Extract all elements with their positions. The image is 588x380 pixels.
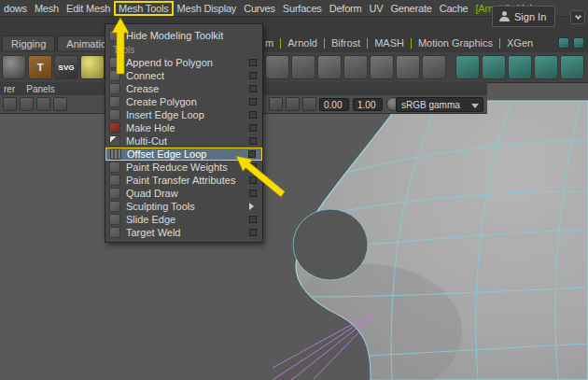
shelf-tab-bifrost[interactable]: Bifrost [331, 37, 360, 49]
poly-cone-icon[interactable] [370, 55, 394, 79]
option-box[interactable] [249, 137, 257, 145]
option-box[interactable] [249, 85, 257, 92]
gate-mask-icon[interactable] [302, 97, 316, 111]
panels-menu[interactable]: Panels [26, 84, 55, 94]
menubar-item-mesh-tools[interactable]: Mesh Tools [114, 1, 173, 16]
modeling-toolkit-icon [109, 30, 120, 41]
menu-item-paint-transfer-attributes[interactable]: Paint Transfer Attributes [105, 174, 262, 187]
exposure-field[interactable]: 0.00 [319, 98, 349, 111]
menu-section-tools: Tools [105, 44, 262, 56]
menu-item-sculpting-tools[interactable]: Sculpting Tools [105, 200, 262, 213]
poly-pipe-icon[interactable] [396, 55, 420, 79]
menubar-item-generate[interactable]: Generate [386, 1, 435, 16]
camera-attributes-icon[interactable] [36, 97, 50, 111]
option-box[interactable] [249, 124, 257, 132]
gamma-field[interactable]: 1.00 [353, 98, 383, 111]
shelf-tab-arnold[interactable]: Arnold [287, 37, 317, 49]
shelf-group-deform [455, 55, 584, 79]
shelf-tab-xgen[interactable]: XGen [507, 37, 533, 49]
option-box[interactable] [249, 98, 257, 106]
menubar-item-curves[interactable]: Curves [240, 1, 279, 16]
view-cube-icon[interactable] [286, 97, 300, 111]
poly-cylinder-icon[interactable] [317, 55, 342, 79]
tab-rigging[interactable]: Rigging [2, 35, 55, 50]
bevel-tool-icon[interactable] [508, 55, 532, 79]
sculpting-tools-icon [109, 201, 120, 212]
menu-set-tabs: Rigging Animation [2, 35, 121, 50]
svg-tool-icon[interactable]: SVG [54, 55, 78, 79]
shelf-tab-strip: m Arnold Bifrost MASH Motion Graphics XG… [265, 37, 533, 49]
select-camera-icon[interactable] [3, 97, 17, 111]
bookmark-icon[interactable] [53, 97, 67, 111]
option-box[interactable] [249, 59, 257, 66]
colorspace-dropdown[interactable]: sRGB gamma [396, 97, 483, 112]
target-weld-icon [109, 227, 120, 238]
shelf-tab-motion-graphics[interactable]: Motion Graphics [418, 37, 493, 49]
combine-tool-icon[interactable] [560, 55, 584, 79]
poly-helix-icon[interactable] [422, 55, 446, 79]
paint-reduce-weights-icon [109, 162, 120, 173]
image-plane-icon[interactable] [269, 97, 283, 111]
option-box[interactable] [248, 150, 256, 158]
menu-item-insert-edge-loop[interactable]: Insert Edge Loop [105, 108, 262, 121]
menubar-item-mesh-display[interactable]: Mesh Display [174, 1, 241, 16]
menubar-item-deform[interactable]: Deform [326, 1, 366, 16]
extrude-tool-icon[interactable] [482, 55, 506, 79]
option-box[interactable] [249, 229, 257, 236]
menu-item-hide-modeling-toolkit[interactable]: Hide Modeling Toolkit [105, 27, 262, 44]
slide-edge-icon [109, 214, 120, 225]
menu-item-slide-edge[interactable]: Slide Edge [105, 213, 262, 226]
shelf-tab-custom-partial[interactable]: m [265, 37, 273, 49]
option-box[interactable] [249, 163, 257, 171]
menubar-item-cache[interactable]: Cache [436, 1, 472, 16]
option-box[interactable] [249, 216, 257, 223]
sign-in-button[interactable]: Sign In [492, 6, 555, 27]
menubar-item-edit-mesh[interactable]: Edit Mesh [63, 1, 114, 16]
menu-item-append-to-polygon[interactable]: Append to Polygon [105, 56, 262, 69]
type-tool-icon[interactable]: T [28, 55, 52, 79]
menu-item-multi-cut[interactable]: Multi-Cut [105, 134, 262, 148]
shelf-editor-icon[interactable] [558, 37, 569, 49]
menu-item-label: Offset Edge Loop [127, 148, 243, 160]
option-box[interactable] [249, 190, 257, 197]
poly-plane-icon[interactable] [291, 55, 315, 79]
triangle-down-icon [471, 104, 479, 108]
menu-item-label: Paint Reduce Weights [126, 162, 244, 173]
menu-item-connect[interactable]: Connect [105, 69, 262, 82]
shelf-tab-mash[interactable]: MASH [374, 37, 404, 49]
menu-item-label: Target Weld [126, 227, 244, 238]
menu-item-make-hole[interactable]: Make Hole [105, 121, 262, 134]
bridge-tool-icon[interactable] [534, 55, 558, 79]
sphere-tool-icon[interactable] [2, 55, 26, 79]
option-box[interactable] [249, 111, 257, 119]
menu-item-create-polygon[interactable]: Create Polygon [105, 95, 262, 108]
menubar-item-uv[interactable]: UV [366, 1, 387, 16]
shelf-hide-icon[interactable] [573, 37, 584, 49]
tab-separator [411, 38, 412, 49]
poly-torus-icon[interactable] [343, 55, 368, 79]
menu-item-paint-reduce-weights[interactable]: Paint Reduce Weights [105, 161, 262, 174]
workspace-collapse-button[interactable] [570, 10, 585, 24]
connect-icon [109, 70, 120, 81]
multi-cut-icon [109, 135, 120, 147]
option-box[interactable] [249, 176, 257, 184]
menu-item-label: Connect [126, 70, 244, 81]
menu-item-crease[interactable]: Crease [105, 82, 262, 95]
quad-draw-icon [109, 188, 120, 199]
menu-item-quad-draw[interactable]: Quad Draw [105, 187, 262, 200]
menu-item-offset-edge-loop[interactable]: Offset Edge Loop [105, 148, 262, 161]
menubar-item-mesh[interactable]: Mesh [31, 1, 63, 16]
poly-cube-icon[interactable] [265, 55, 289, 79]
option-box[interactable] [249, 72, 257, 79]
smooth-tool-icon[interactable] [455, 55, 480, 79]
renderer-menu-partial[interactable]: rer [4, 84, 15, 94]
poly-sphere-icon[interactable] [80, 55, 105, 79]
menu-item-target-weld[interactable]: Target Weld [105, 226, 262, 239]
lock-camera-icon[interactable] [20, 97, 34, 111]
shelf-row: T SVG [0, 52, 588, 83]
menubar-item-surfaces[interactable]: Surfaces [279, 1, 326, 16]
menubar-item-windows-partial[interactable]: dows [0, 1, 31, 16]
insert-edge-loop-icon [109, 109, 120, 120]
menu-item-label: Multi-Cut [126, 135, 244, 147]
menu-item-label: Create Polygon [126, 96, 244, 107]
